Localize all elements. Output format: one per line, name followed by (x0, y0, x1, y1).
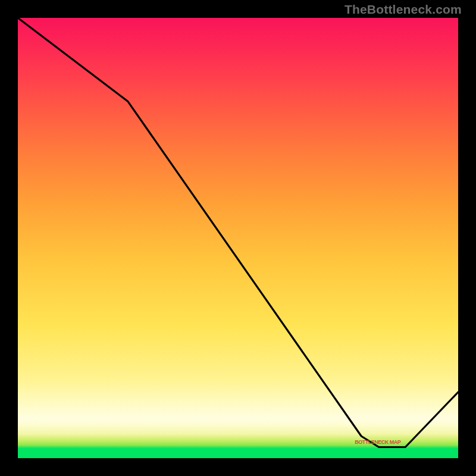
plot-area: BOTTLENECK MAP (18, 18, 458, 458)
min-label-text: BOTTLENECK MAP (355, 439, 400, 445)
bottleneck-curve (18, 18, 458, 447)
curve-svg (18, 18, 458, 458)
chart-frame: TheBottleneck.com BOTTLENECK MAP (0, 0, 476, 476)
watermark-text: TheBottleneck.com (345, 2, 462, 17)
